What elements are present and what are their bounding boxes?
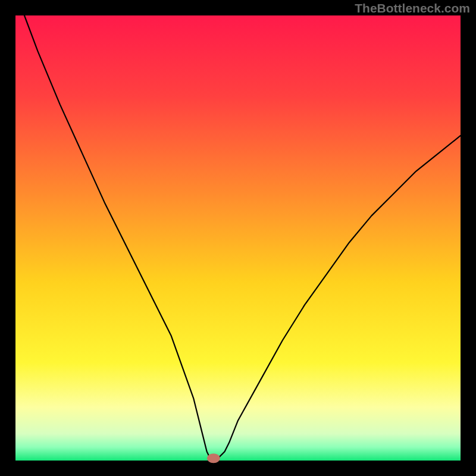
watermark-text: TheBottleneck.com <box>355 1 470 15</box>
chart-container: TheBottleneck.com <box>0 0 476 476</box>
svg-point-2 <box>207 453 220 463</box>
bottleneck-chart <box>0 0 476 476</box>
svg-rect-1 <box>15 15 461 461</box>
